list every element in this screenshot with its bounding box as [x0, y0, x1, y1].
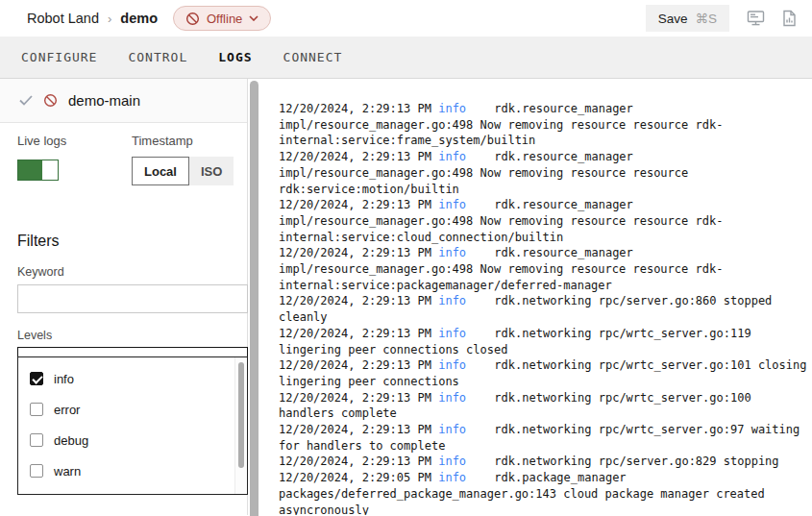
timestamp-option-iso[interactable]: ISO: [189, 157, 234, 185]
tab-configure[interactable]: CONFIGURE: [21, 50, 97, 64]
log-timestamp: 12/20/2024, 2:29:13 PM: [279, 327, 431, 340]
live-logs-label: Live logs: [17, 134, 66, 148]
level-option-label: warn: [54, 464, 81, 479]
log-entry: 12/20/2024, 2:29:13 PM info rdk.resource…: [279, 197, 810, 245]
logs-sidebar: demo-main Live logs Timestamp Local ISO …: [0, 79, 248, 515]
log-level: info: [438, 294, 466, 307]
log-level: info: [438, 327, 466, 340]
levels-dropdown: info error debug warn: [17, 356, 248, 495]
log-message: impl/resource_manager.go:498 Now removin…: [279, 166, 688, 196]
log-entry: 12/20/2024, 2:29:13 PM info rdk.resource…: [279, 101, 810, 149]
level-option[interactable]: info: [18, 363, 247, 394]
log-level: info: [438, 198, 466, 211]
keyword-input[interactable]: [17, 284, 248, 313]
levels-label: Levels: [17, 329, 247, 342]
log-level: info: [438, 102, 466, 115]
top-header: Robot Land › demo Offline Save ⌘S: [0, 0, 812, 37]
log-timestamp: 12/20/2024, 2:29:13 PM: [279, 198, 431, 211]
toggle-knob: [42, 160, 58, 180]
log-entry: 12/20/2024, 2:29:13 PM info rdk.networki…: [279, 422, 810, 454]
check-icon: [19, 95, 33, 106]
save-shortcut: ⌘S: [695, 11, 717, 26]
breadcrumb-current: demo: [120, 11, 158, 26]
log-timestamp: 12/20/2024, 2:29:13 PM: [279, 150, 431, 163]
monitor-icon[interactable]: [747, 10, 765, 27]
timestamp-label: Timestamp: [132, 134, 234, 148]
filters-heading: Filters: [17, 233, 247, 250]
log-timestamp: 12/20/2024, 2:29:05 PM: [279, 471, 431, 484]
log-entry: 12/20/2024, 2:29:13 PM info rdk.resource…: [279, 245, 810, 293]
log-logger: rdk.resource_manager: [494, 150, 633, 163]
log-logger: rdk.networking: [494, 358, 591, 372]
level-checkbox[interactable]: [30, 464, 43, 478]
log-logger: rdk.resource_manager: [494, 198, 633, 211]
log-timestamp: 12/20/2024, 2:29:13 PM: [279, 102, 431, 115]
breadcrumb: Robot Land › demo: [27, 11, 158, 26]
log-timestamp: 12/20/2024, 2:29:13 PM: [279, 455, 431, 468]
breadcrumb-separator: ›: [108, 12, 111, 26]
log-logger: rdk.package_manager: [494, 471, 626, 484]
level-option-label: error: [54, 403, 80, 417]
log-message: packages/deferred_package_manager.go:143…: [279, 487, 765, 515]
breadcrumb-parent[interactable]: Robot Land: [27, 11, 99, 26]
log-entry: 12/20/2024, 2:29:13 PM info rdk.resource…: [279, 149, 810, 197]
log-entry: 12/20/2024, 2:29:13 PM info rdk.networki…: [279, 357, 810, 389]
log-entry: 12/20/2024, 2:29:13 PM info rdk.networki…: [279, 390, 810, 422]
tab-bar: CONFIGURE CONTROL LOGS CONNECT: [0, 37, 812, 79]
level-checkbox[interactable]: [30, 403, 43, 416]
sidebar-scrollbar-thumb[interactable]: [250, 81, 258, 516]
level-option[interactable]: warn: [18, 455, 247, 486]
part-row-demo-main[interactable]: demo-main: [0, 79, 247, 123]
log-level: info: [438, 391, 466, 405]
log-message: impl/resource_manager.go:498 Now removin…: [279, 118, 723, 148]
log-entry: 12/20/2024, 2:29:13 PM info rdk.networki…: [279, 454, 810, 470]
log-logger: rdk.networking: [494, 423, 591, 436]
log-message: impl/resource_manager.go:498 Now removin…: [279, 214, 723, 244]
log-level: info: [438, 423, 466, 436]
level-option[interactable]: debug: [18, 425, 247, 455]
log-level: info: [438, 358, 466, 372]
log-logger: rdk.networking: [494, 391, 591, 405]
log-level: info: [438, 471, 466, 484]
offline-icon: [185, 12, 200, 26]
level-option[interactable]: error: [18, 394, 247, 425]
log-level: info: [438, 246, 466, 259]
live-logs-toggle[interactable]: [17, 160, 59, 181]
log-timestamp: 12/20/2024, 2:29:13 PM: [279, 246, 431, 259]
level-option-label: info: [54, 372, 74, 386]
tab-control[interactable]: CONTROL: [128, 50, 187, 64]
log-timestamp: 12/20/2024, 2:29:13 PM: [279, 423, 431, 436]
log-list: 12/20/2024, 2:29:13 PM info rdk.resource…: [279, 101, 810, 515]
dropdown-scrollbar-thumb[interactable]: [238, 362, 244, 468]
level-checkbox[interactable]: [30, 433, 43, 447]
level-checkbox[interactable]: [30, 372, 43, 385]
save-button[interactable]: Save ⌘S: [646, 5, 729, 32]
log-entry: 12/20/2024, 2:29:05 PM info rdk.package_…: [279, 470, 810, 515]
timestamp-segmented-control: Local ISO: [132, 157, 234, 185]
log-logger: rdk.resource_manager: [494, 102, 633, 115]
log-message: impl/resource_manager.go:498 Now removin…: [279, 262, 723, 292]
file-chart-icon[interactable]: [782, 10, 797, 27]
log-level: info: [438, 455, 466, 468]
part-name: demo-main: [68, 92, 140, 109]
log-timestamp: 12/20/2024, 2:29:13 PM: [279, 391, 431, 405]
log-entry: 12/20/2024, 2:29:13 PM info rdk.networki…: [279, 326, 810, 357]
log-message: rpc/server.go:829 stopping: [599, 455, 779, 468]
log-entry: 12/20/2024, 2:29:13 PM info rdk.networki…: [279, 293, 810, 325]
dropdown-scrollbar-track[interactable]: [234, 357, 247, 494]
log-logger: rdk.networking: [494, 327, 591, 340]
tab-logs[interactable]: LOGS: [218, 50, 252, 64]
timestamp-option-local[interactable]: Local: [132, 157, 189, 185]
chevron-down-icon: [249, 15, 258, 21]
status-label: Offline: [207, 12, 242, 26]
part-offline-icon: [43, 93, 58, 108]
log-logger: rdk.networking: [494, 455, 591, 468]
sidebar-scrollbar[interactable]: [248, 79, 261, 515]
log-level: info: [438, 150, 466, 163]
machine-status-badge[interactable]: Offline: [173, 6, 271, 31]
log-logger: rdk.networking: [494, 294, 591, 307]
log-timestamp: 12/20/2024, 2:29:13 PM: [279, 294, 431, 307]
level-option-label: debug: [54, 433, 88, 448]
log-pane: 12/20/2024, 2:29:13 PM info rdk.resource…: [261, 79, 812, 515]
tab-connect[interactable]: CONNECT: [283, 50, 343, 64]
